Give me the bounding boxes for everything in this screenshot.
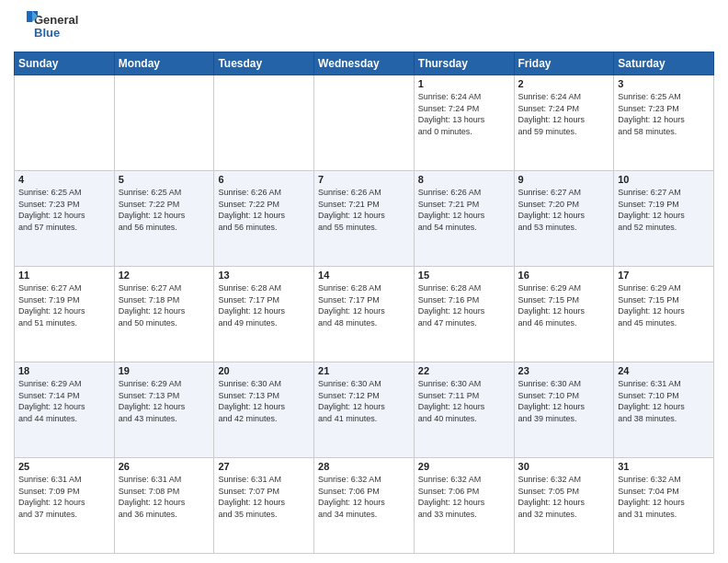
day-cell: 12Sunrise: 6:27 AM Sunset: 7:18 PM Dayli…	[114, 267, 214, 362]
weekday-header-saturday: Saturday	[614, 52, 714, 75]
day-number: 28	[318, 461, 410, 472]
day-cell: 1Sunrise: 6:24 AM Sunset: 7:24 PM Daylig…	[414, 75, 514, 171]
day-info: Sunrise: 6:26 AM Sunset: 7:22 PM Dayligh…	[218, 187, 310, 233]
calendar-table: SundayMondayTuesdayWednesdayThursdayFrid…	[14, 52, 714, 554]
logo-svg: General Blue	[14, 9, 97, 44]
day-cell	[314, 75, 415, 171]
week-row-1: 1Sunrise: 6:24 AM Sunset: 7:24 PM Daylig…	[15, 75, 714, 171]
weekday-header-friday: Friday	[514, 52, 614, 75]
day-cell: 10Sunrise: 6:27 AM Sunset: 7:19 PM Dayli…	[614, 171, 714, 267]
day-number: 25	[18, 461, 110, 472]
day-info: Sunrise: 6:24 AM Sunset: 7:24 PM Dayligh…	[418, 91, 510, 137]
day-cell: 8Sunrise: 6:26 AM Sunset: 7:21 PM Daylig…	[414, 171, 514, 267]
day-info: Sunrise: 6:29 AM Sunset: 7:13 PM Dayligh…	[119, 378, 210, 424]
week-row-3: 11Sunrise: 6:27 AM Sunset: 7:19 PM Dayli…	[15, 267, 714, 362]
weekday-header-wednesday: Wednesday	[314, 52, 415, 75]
day-cell: 20Sunrise: 6:30 AM Sunset: 7:13 PM Dayli…	[214, 362, 314, 458]
day-cell: 29Sunrise: 6:32 AM Sunset: 7:06 PM Dayli…	[414, 458, 514, 554]
day-cell: 30Sunrise: 6:32 AM Sunset: 7:05 PM Dayli…	[514, 458, 614, 554]
day-cell: 13Sunrise: 6:28 AM Sunset: 7:17 PM Dayli…	[214, 267, 314, 362]
day-cell: 23Sunrise: 6:30 AM Sunset: 7:10 PM Dayli…	[514, 362, 614, 458]
day-info: Sunrise: 6:30 AM Sunset: 7:11 PM Dayligh…	[418, 378, 510, 424]
day-cell: 4Sunrise: 6:25 AM Sunset: 7:23 PM Daylig…	[15, 171, 115, 267]
day-cell: 25Sunrise: 6:31 AM Sunset: 7:09 PM Dayli…	[15, 458, 115, 554]
weekday-header-sunday: Sunday	[15, 52, 115, 75]
day-info: Sunrise: 6:27 AM Sunset: 7:19 PM Dayligh…	[618, 187, 710, 233]
day-info: Sunrise: 6:28 AM Sunset: 7:17 PM Dayligh…	[318, 282, 410, 328]
day-number: 27	[218, 461, 310, 472]
svg-text:Blue: Blue	[34, 26, 60, 40]
day-info: Sunrise: 6:24 AM Sunset: 7:24 PM Dayligh…	[518, 91, 610, 137]
day-cell	[15, 75, 115, 171]
day-cell: 21Sunrise: 6:30 AM Sunset: 7:12 PM Dayli…	[314, 362, 415, 458]
day-info: Sunrise: 6:26 AM Sunset: 7:21 PM Dayligh…	[318, 187, 410, 233]
day-info: Sunrise: 6:29 AM Sunset: 7:14 PM Dayligh…	[18, 378, 110, 424]
day-number: 24	[618, 365, 710, 376]
day-cell: 2Sunrise: 6:24 AM Sunset: 7:24 PM Daylig…	[514, 75, 614, 171]
day-info: Sunrise: 6:32 AM Sunset: 7:05 PM Dayligh…	[518, 474, 610, 520]
day-cell: 11Sunrise: 6:27 AM Sunset: 7:19 PM Dayli…	[15, 267, 115, 362]
day-number: 13	[218, 270, 310, 281]
day-info: Sunrise: 6:31 AM Sunset: 7:09 PM Dayligh…	[18, 474, 110, 520]
day-number: 30	[518, 461, 610, 472]
day-info: Sunrise: 6:25 AM Sunset: 7:22 PM Dayligh…	[119, 187, 210, 233]
day-cell: 22Sunrise: 6:30 AM Sunset: 7:11 PM Dayli…	[414, 362, 514, 458]
day-cell: 9Sunrise: 6:27 AM Sunset: 7:20 PM Daylig…	[514, 171, 614, 267]
day-cell: 31Sunrise: 6:32 AM Sunset: 7:04 PM Dayli…	[614, 458, 714, 554]
svg-marker-2	[27, 11, 32, 22]
weekday-header-tuesday: Tuesday	[214, 52, 314, 75]
day-cell	[214, 75, 314, 171]
day-cell: 28Sunrise: 6:32 AM Sunset: 7:06 PM Dayli…	[314, 458, 415, 554]
page: General Blue SundayMondayTuesdayWednesda…	[0, 0, 728, 563]
logo: General Blue	[14, 9, 97, 44]
day-cell: 6Sunrise: 6:26 AM Sunset: 7:22 PM Daylig…	[214, 171, 314, 267]
day-info: Sunrise: 6:28 AM Sunset: 7:17 PM Dayligh…	[218, 282, 310, 328]
day-info: Sunrise: 6:32 AM Sunset: 7:04 PM Dayligh…	[618, 474, 710, 520]
day-number: 22	[418, 365, 510, 376]
week-row-5: 25Sunrise: 6:31 AM Sunset: 7:09 PM Dayli…	[15, 458, 714, 554]
day-info: Sunrise: 6:26 AM Sunset: 7:21 PM Dayligh…	[418, 187, 510, 233]
day-number: 16	[518, 270, 610, 281]
day-cell: 19Sunrise: 6:29 AM Sunset: 7:13 PM Dayli…	[114, 362, 214, 458]
day-info: Sunrise: 6:27 AM Sunset: 7:20 PM Dayligh…	[518, 187, 610, 233]
day-info: Sunrise: 6:28 AM Sunset: 7:16 PM Dayligh…	[418, 282, 510, 328]
day-cell: 16Sunrise: 6:29 AM Sunset: 7:15 PM Dayli…	[514, 267, 614, 362]
day-cell: 15Sunrise: 6:28 AM Sunset: 7:16 PM Dayli…	[414, 267, 514, 362]
day-info: Sunrise: 6:27 AM Sunset: 7:19 PM Dayligh…	[18, 282, 110, 328]
weekday-header-thursday: Thursday	[414, 52, 514, 75]
day-number: 11	[18, 270, 110, 281]
day-number: 19	[119, 365, 210, 376]
day-info: Sunrise: 6:30 AM Sunset: 7:13 PM Dayligh…	[218, 378, 310, 424]
day-cell: 24Sunrise: 6:31 AM Sunset: 7:10 PM Dayli…	[614, 362, 714, 458]
day-number: 29	[418, 461, 510, 472]
day-cell	[114, 75, 214, 171]
day-number: 21	[318, 365, 410, 376]
day-number: 14	[318, 270, 410, 281]
day-number: 8	[418, 174, 510, 185]
day-cell: 18Sunrise: 6:29 AM Sunset: 7:14 PM Dayli…	[15, 362, 115, 458]
day-info: Sunrise: 6:25 AM Sunset: 7:23 PM Dayligh…	[18, 187, 110, 233]
day-info: Sunrise: 6:32 AM Sunset: 7:06 PM Dayligh…	[318, 474, 410, 520]
day-cell: 5Sunrise: 6:25 AM Sunset: 7:22 PM Daylig…	[114, 171, 214, 267]
day-number: 7	[318, 174, 410, 185]
day-number: 15	[418, 270, 510, 281]
day-number: 31	[618, 461, 710, 472]
week-row-4: 18Sunrise: 6:29 AM Sunset: 7:14 PM Dayli…	[15, 362, 714, 458]
day-number: 23	[518, 365, 610, 376]
day-cell: 27Sunrise: 6:31 AM Sunset: 7:07 PM Dayli…	[214, 458, 314, 554]
day-info: Sunrise: 6:31 AM Sunset: 7:10 PM Dayligh…	[618, 378, 710, 424]
day-cell: 7Sunrise: 6:26 AM Sunset: 7:21 PM Daylig…	[314, 171, 415, 267]
day-number: 17	[618, 270, 710, 281]
svg-text:General: General	[34, 13, 78, 27]
day-number: 20	[218, 365, 310, 376]
day-number: 1	[418, 78, 510, 89]
day-info: Sunrise: 6:27 AM Sunset: 7:18 PM Dayligh…	[119, 282, 210, 328]
day-cell: 14Sunrise: 6:28 AM Sunset: 7:17 PM Dayli…	[314, 267, 415, 362]
day-number: 9	[518, 174, 610, 185]
day-cell: 3Sunrise: 6:25 AM Sunset: 7:23 PM Daylig…	[614, 75, 714, 171]
weekday-header-row: SundayMondayTuesdayWednesdayThursdayFrid…	[15, 52, 714, 75]
day-info: Sunrise: 6:25 AM Sunset: 7:23 PM Dayligh…	[618, 91, 710, 137]
week-row-2: 4Sunrise: 6:25 AM Sunset: 7:23 PM Daylig…	[15, 171, 714, 267]
day-number: 18	[18, 365, 110, 376]
day-number: 5	[119, 174, 210, 185]
